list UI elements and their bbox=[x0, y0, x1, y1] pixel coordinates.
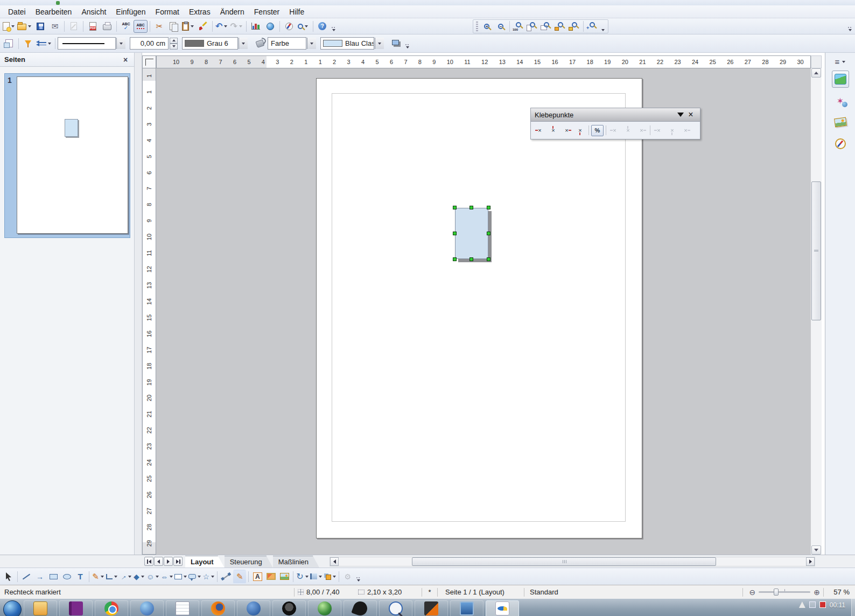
fontwork-tool[interactable]: A bbox=[251, 570, 264, 584]
horizontal-scrollbar[interactable] bbox=[330, 557, 815, 566]
exit-direction-right-button[interactable]: × bbox=[560, 125, 573, 136]
vertical-ruler[interactable]: 1123456789101112131415161718192021222324… bbox=[142, 68, 156, 555]
cut-button[interactable]: ✂ bbox=[152, 20, 166, 33]
zoom-page-width-button[interactable] bbox=[539, 20, 553, 33]
line-style-select[interactable] bbox=[58, 37, 116, 50]
menu-ansicht[interactable]: Ansicht bbox=[76, 6, 111, 17]
chart-button[interactable] bbox=[249, 20, 263, 33]
area-style-button[interactable] bbox=[253, 37, 267, 50]
zoom-object-button[interactable] bbox=[553, 20, 567, 33]
taskbar-item-dark-bird[interactable] bbox=[344, 600, 377, 616]
fill-type-select[interactable]: Farbe bbox=[268, 37, 306, 50]
connector-tool[interactable] bbox=[105, 570, 118, 584]
drawing-canvas[interactable]: Klebepunkte × × × × × % × × × × bbox=[156, 68, 811, 555]
zoom-100-button[interactable]: 100 bbox=[511, 20, 525, 33]
vertical-scrollbar-thumb[interactable] bbox=[811, 181, 821, 320]
hyperlink-button[interactable] bbox=[263, 20, 277, 33]
undo-button[interactable]: ↶ bbox=[215, 20, 229, 33]
show-hidden-icons[interactable] bbox=[799, 601, 805, 608]
scroll-down-button[interactable] bbox=[811, 545, 821, 555]
taskbar-item-firefox[interactable] bbox=[201, 600, 235, 616]
show-desktop-button[interactable] bbox=[851, 599, 855, 616]
next-page-button[interactable] bbox=[164, 557, 173, 566]
gluepoints-titlebar[interactable]: Klebepunkte × bbox=[531, 108, 700, 122]
tab-steuerung[interactable]: Steuerung bbox=[225, 556, 273, 568]
arrange-tool[interactable] bbox=[323, 570, 337, 584]
format-paintbrush-button[interactable] bbox=[196, 20, 210, 33]
menu-datei[interactable]: Datei bbox=[3, 6, 31, 17]
toolbar-overflow-button[interactable] bbox=[404, 37, 411, 50]
insert-image-button[interactable] bbox=[264, 570, 277, 584]
print-button[interactable] bbox=[100, 20, 114, 33]
zoom-level[interactable]: 57 % bbox=[827, 588, 855, 596]
taskbar-item-notepad[interactable] bbox=[166, 600, 199, 616]
rotate-tool[interactable]: ↻ bbox=[296, 570, 309, 584]
scroll-right-button[interactable] bbox=[806, 557, 815, 566]
edit-points-button[interactable] bbox=[2, 37, 16, 50]
zoom-out-button[interactable] bbox=[494, 20, 508, 33]
fill-color-select[interactable]: Blau Clas bbox=[320, 37, 374, 50]
taskbar-item-green-app[interactable] bbox=[308, 600, 341, 616]
line-color-dropdown-button[interactable] bbox=[239, 38, 248, 49]
insert-gluepoint-button[interactable]: × bbox=[534, 125, 546, 136]
selection-handle-nw[interactable] bbox=[453, 206, 457, 209]
rectangle-tool[interactable] bbox=[47, 570, 60, 584]
gallery-button[interactable] bbox=[278, 570, 291, 584]
basic-shapes-tool[interactable]: ◆ bbox=[132, 570, 145, 584]
zoom-all-button[interactable] bbox=[567, 20, 581, 33]
taskbar-item-onenote[interactable] bbox=[59, 600, 93, 616]
export-pdf-button[interactable]: PDF bbox=[86, 20, 100, 33]
stars-tool[interactable]: ☆ bbox=[202, 570, 215, 584]
selection-handle-e[interactable] bbox=[487, 232, 490, 235]
selection-handle-s[interactable] bbox=[469, 257, 473, 261]
save-button[interactable] bbox=[33, 20, 47, 33]
selection-handle-sw[interactable] bbox=[453, 257, 457, 261]
horizontal-scrollbar-thumb[interactable] bbox=[412, 557, 716, 566]
shadow-toggle-button[interactable] bbox=[389, 37, 403, 50]
toolbar-overflow-button[interactable] bbox=[599, 20, 607, 33]
menu-extras[interactable]: Extras bbox=[184, 6, 215, 17]
glue-points-insert-button[interactable] bbox=[21, 37, 35, 50]
taskbar-item-movie-maker[interactable] bbox=[450, 600, 483, 616]
stepper-down-button[interactable] bbox=[170, 44, 178, 50]
zoom-page-button[interactable] bbox=[525, 20, 539, 33]
select-tool[interactable] bbox=[2, 570, 15, 584]
taskbar-item-media[interactable] bbox=[130, 600, 164, 616]
taskbar-item-magnifier[interactable] bbox=[379, 600, 412, 616]
first-page-button[interactable] bbox=[144, 557, 153, 566]
spellcheck-button[interactable]: ABC✓ bbox=[119, 20, 133, 33]
taskbar-item-explorer[interactable] bbox=[24, 600, 57, 616]
zoom-in-icon[interactable]: ⊕ bbox=[814, 588, 820, 597]
scroll-left-button[interactable] bbox=[330, 557, 339, 566]
tab-masslinien[interactable]: Maßlinien bbox=[273, 556, 319, 568]
menu-bearbeiten[interactable]: Bearbeiten bbox=[31, 6, 77, 17]
block-arrows-tool[interactable]: ⇔ bbox=[160, 570, 173, 584]
email-button[interactable]: ✉ bbox=[48, 20, 62, 33]
taskbar-item-blue-p[interactable] bbox=[237, 600, 270, 616]
gluepoint-relative-button[interactable]: % bbox=[591, 125, 604, 136]
zoom-slider[interactable] bbox=[759, 591, 810, 593]
toolbar-overflow-button[interactable] bbox=[330, 20, 338, 33]
line-arrow-tool[interactable]: → bbox=[33, 570, 46, 584]
line-tool[interactable] bbox=[20, 570, 33, 584]
curve-tool[interactable]: ✎ bbox=[92, 570, 104, 584]
document-page[interactable] bbox=[316, 78, 642, 538]
scroll-up-button[interactable] bbox=[811, 68, 821, 78]
exit-direction-top-button[interactable]: × bbox=[547, 125, 559, 136]
open-button[interactable] bbox=[17, 20, 33, 33]
symbol-shapes-tool[interactable]: ☺ bbox=[146, 570, 159, 584]
last-page-button[interactable] bbox=[173, 557, 183, 566]
flowchart-tool[interactable] bbox=[174, 570, 187, 584]
sidebar-menu-button[interactable]: ≡ bbox=[835, 57, 846, 66]
auto-spellcheck-button[interactable]: ABC bbox=[134, 20, 148, 33]
previous-page-button[interactable] bbox=[154, 557, 163, 566]
selection-handle-n[interactable] bbox=[469, 206, 473, 209]
fill-type-dropdown-button[interactable] bbox=[307, 38, 316, 49]
glue-points-tool[interactable]: ✎ bbox=[233, 570, 246, 584]
exit-direction-bottom-button[interactable]: × bbox=[574, 125, 586, 136]
taskbar-item-pen-app[interactable] bbox=[415, 600, 448, 616]
callouts-tool[interactable] bbox=[188, 570, 201, 584]
sidebar-tab-navigator[interactable] bbox=[832, 135, 849, 152]
taskbar-item-chrome[interactable] bbox=[95, 600, 128, 616]
menu-format[interactable]: Format bbox=[151, 6, 184, 17]
